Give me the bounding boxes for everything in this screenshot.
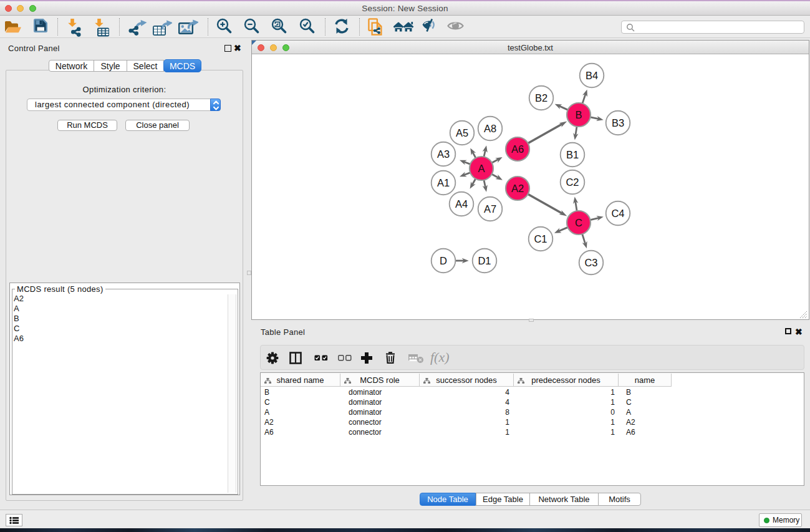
svg-text:C4: C4	[611, 208, 624, 219]
svg-text:A2: A2	[511, 183, 524, 194]
svg-text:C: C	[575, 217, 582, 228]
svg-text:A8: A8	[484, 123, 496, 134]
svg-text:B: B	[575, 109, 582, 120]
svg-text:A6: A6	[511, 143, 524, 155]
svg-text:A1: A1	[437, 177, 450, 188]
svg-text:A5: A5	[456, 127, 468, 138]
svg-text:C1: C1	[534, 233, 547, 244]
svg-text:A4: A4	[455, 198, 468, 210]
svg-text:D: D	[440, 255, 447, 266]
svg-text:A: A	[478, 163, 485, 174]
svg-text:B2: B2	[535, 92, 547, 104]
svg-text:B1: B1	[566, 149, 579, 160]
svg-text:D1: D1	[478, 255, 491, 266]
svg-text:B4: B4	[586, 70, 598, 81]
svg-text:A3: A3	[437, 148, 450, 160]
svg-text:C2: C2	[566, 177, 579, 188]
svg-text:B3: B3	[612, 117, 624, 128]
svg-text:A7: A7	[484, 203, 496, 215]
svg-text:C3: C3	[584, 257, 597, 268]
